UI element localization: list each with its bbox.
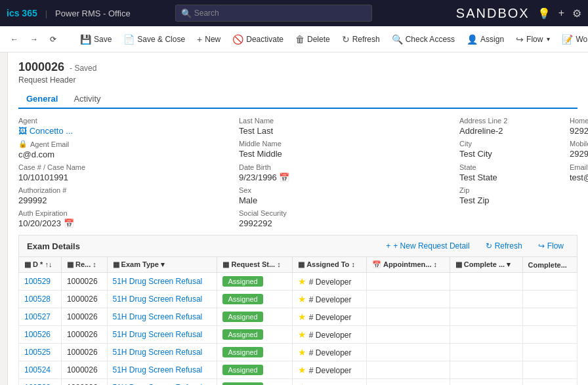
cell-re-1[interactable]: 1000026 [61, 291, 107, 308]
exam-details-section: Exam Details + + New Request Detail ↻ Re… [18, 235, 578, 256]
plus-icon[interactable]: + [558, 7, 564, 19]
section-refresh-button[interactable]: ↻ Refresh [480, 239, 528, 253]
app-name: Power RMS - Office [55, 9, 131, 18]
tab-activity[interactable]: Activity [66, 90, 108, 109]
last-name-field: Last Name Test Last [239, 117, 344, 136]
cell-complete-0 [450, 273, 522, 291]
cell-d-0[interactable]: 100529 [19, 273, 62, 291]
cell-d-4[interactable]: 100525 [19, 344, 62, 361]
home-phone-field: Home Phone 92929929 [570, 117, 588, 136]
tab-general[interactable]: General [18, 90, 66, 109]
zip-field: Zip Test Zip [459, 186, 564, 205]
delete-button[interactable]: 🗑 Delete [290, 31, 335, 47]
zip-value: Test Zip [459, 195, 564, 205]
col-d[interactable]: ▦ D * ↑↓ [19, 257, 62, 273]
cell-status-6: Assigned [217, 379, 293, 386]
auth-exp-value: 10/20/2023 📅 [18, 218, 123, 228]
social-field: Social Security 2992292 [239, 209, 344, 228]
cell-d-1[interactable]: 100528 [19, 291, 62, 308]
agent-label: Agent [18, 117, 123, 125]
cell-d-6[interactable]: 100523 [19, 379, 62, 386]
cell-d-5[interactable]: 100524 [19, 361, 62, 379]
cell-exam-type-3[interactable]: 51H Drug Screen Refusal [107, 326, 217, 344]
addr2-field: Address Line 2 Addreline-2 [459, 117, 564, 136]
cell-re-3[interactable]: 1000026 [61, 326, 107, 344]
save-button[interactable]: 💾 Save [75, 31, 117, 47]
cell-assigned-to-2: ★ # Developer [293, 308, 367, 326]
auth-exp-label: Auth Expiration [18, 209, 123, 217]
cell-re-4[interactable]: 1000026 [61, 344, 107, 361]
cell-exam-type-1[interactable]: 51H Drug Screen Refusal [107, 291, 217, 308]
tabs: General Activity [18, 90, 578, 109]
cell-re-5[interactable]: 1000026 [61, 361, 107, 379]
zip-label: Zip [459, 186, 564, 194]
word-templates-label: Word Templates [576, 35, 588, 44]
check-access-button[interactable]: 🔍 Check Access [387, 31, 460, 47]
cell-complete2-1 [522, 291, 577, 308]
deactivate-button[interactable]: 🚫 Deactivate [227, 31, 289, 47]
agent-value[interactable]: 🖼 Concetto ... [18, 126, 123, 136]
addr2-label: Address Line 2 [459, 117, 564, 125]
cell-complete2-6 [522, 379, 577, 386]
auth-label: Authorization # [18, 186, 123, 194]
sex-value: Male [239, 195, 344, 205]
forward-icon: → [30, 35, 38, 44]
section-flow-button[interactable]: ↪ Flow [533, 239, 569, 253]
record-type: Request Header [18, 75, 578, 85]
assign-icon: 👤 [467, 34, 478, 45]
col-request-st[interactable]: ▦ Request St... ↕ [217, 257, 293, 273]
cell-assigned-to-6: ★ # Developer [293, 379, 367, 386]
col-re-label: ▦ Re... ↕ [67, 260, 96, 268]
home-phone-label: Home Phone [570, 117, 588, 125]
settings-icon[interactable]: ⚙ [572, 7, 581, 20]
search-box[interactable]: 🔍 [175, 5, 372, 22]
auth-value: 299992 [18, 195, 123, 205]
flow-label: Flow [526, 35, 543, 44]
new-request-detail-button[interactable]: + + New Request Detail [381, 239, 474, 253]
col-complete[interactable]: ▦ Complete ... ▾ [450, 257, 522, 273]
nav-buttons: ← → ⟳ [5, 32, 62, 47]
cell-exam-type-4[interactable]: 51H Drug Screen Refusal [107, 344, 217, 361]
assign-button[interactable]: 👤 Assign [461, 31, 509, 47]
section-actions: + + New Request Detail ↻ Refresh ↪ Flow [381, 239, 569, 253]
cell-exam-type-2[interactable]: 51H Drug Screen Refusal [107, 308, 217, 326]
cell-exam-type-6[interactable]: 51H Drug Screen Refusal [107, 379, 217, 386]
lightbulb-icon[interactable]: 💡 [537, 7, 551, 20]
cell-re-2[interactable]: 1000026 [61, 308, 107, 326]
cell-d-2[interactable]: 100527 [19, 308, 62, 326]
cell-re-6[interactable]: 1000026 [61, 379, 107, 386]
cell-appointment-0 [367, 273, 450, 291]
cell-appointment-6 [367, 379, 450, 386]
refresh-button[interactable]: ↻ Refresh [337, 31, 385, 47]
dob-label: Date Birth [239, 163, 344, 171]
col-appointment[interactable]: 📅 Appointmen... ↕ [367, 257, 450, 273]
save-close-button[interactable]: 📄 Save & Close [118, 31, 190, 47]
col-assigned-to[interactable]: ▦ Assigned To ↕ [293, 257, 367, 273]
section-refresh-icon: ↻ [486, 241, 492, 251]
back-button[interactable]: ← [5, 32, 24, 47]
col-re[interactable]: ▦ Re... ↕ [61, 257, 107, 273]
refresh-page-button[interactable]: ⟳ [45, 32, 62, 47]
new-request-label: + New Request Detail [393, 241, 469, 251]
table-row: 100526 1000026 51H Drug Screen Refusal A… [19, 326, 578, 344]
flow-icon: ↪ [516, 34, 524, 45]
cell-complete2-5 [522, 361, 577, 379]
sex-field: Sex Male [239, 186, 344, 205]
search-input[interactable] [194, 9, 366, 18]
back-icon: ← [10, 35, 18, 44]
cell-exam-type-5[interactable]: 51H Drug Screen Refusal [107, 361, 217, 379]
col-assigned-to-label: ▦ Assigned To ↕ [298, 260, 354, 268]
cell-re-0[interactable]: 1000026 [61, 273, 107, 291]
form-grid: Agent 🖼 Concetto ... Last Name Test Last… [18, 117, 578, 228]
agent-field: Agent 🖼 Concetto ... [18, 117, 123, 136]
flow-button[interactable]: ↪ Flow [511, 31, 555, 47]
word-templates-button[interactable]: 📝 Word Templates [556, 31, 588, 47]
cell-exam-type-0[interactable]: 51H Drug Screen Refusal [107, 273, 217, 291]
col-exam-type[interactable]: ▦ Exam Type ▾ [107, 257, 217, 273]
main-content: 1000026 - Saved Request Header General A… [0, 52, 588, 385]
cell-d-3[interactable]: 100526 [19, 326, 62, 344]
col-complete2[interactable]: Complete... [522, 257, 577, 273]
new-button[interactable]: + New [192, 31, 226, 47]
forward-button[interactable]: → [25, 32, 43, 47]
cell-complete-2 [450, 308, 522, 326]
